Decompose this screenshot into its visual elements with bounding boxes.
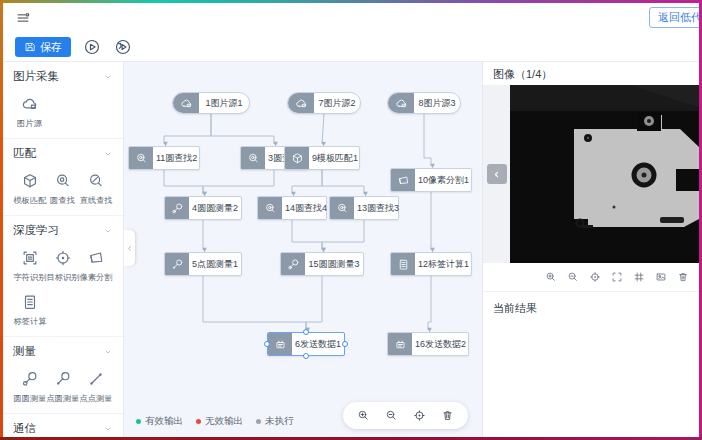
zoom-out-icon[interactable] xyxy=(385,409,398,422)
sidebar-item-像素分割[interactable]: 像素分割 xyxy=(80,249,113,284)
prev-image-button[interactable] xyxy=(487,164,507,184)
flow-node-13圆查找3[interactable]: 13圆查找3 xyxy=(329,196,399,220)
delete-icon[interactable] xyxy=(677,271,689,283)
flow-node-5点圆测量1[interactable]: 5点圆测量1 xyxy=(164,252,242,276)
node-connection-handle[interactable] xyxy=(303,329,309,335)
flow-edge-12-16 xyxy=(428,276,431,330)
node-icon-segment xyxy=(391,169,415,191)
zoom-in-icon[interactable] xyxy=(545,271,557,283)
locate-icon[interactable] xyxy=(413,409,426,422)
node-icon-cloud xyxy=(288,93,314,113)
sidebar-item-label: 模板匹配 xyxy=(13,195,46,207)
flow-node-10像素分割1[interactable]: 10像素分割1 xyxy=(390,168,472,192)
flow-node-16发送数据2[interactable]: 16发送数据2 xyxy=(387,332,469,356)
sidebar-item-目标识别[interactable]: 目标识别 xyxy=(46,249,79,284)
section-title: 通信 xyxy=(13,421,36,436)
measure-pc-icon xyxy=(171,258,184,271)
sidebar-item-圆圆测量[interactable]: 圆圆测量 xyxy=(13,370,46,405)
node-icon-circle-find xyxy=(241,147,265,169)
section-title: 图片采集 xyxy=(13,69,59,84)
run-step-icon xyxy=(114,38,132,56)
grid-icon[interactable] xyxy=(633,271,645,283)
sidebar-item-圆查找[interactable]: 圆查找 xyxy=(46,172,79,207)
flow-node-7图片源2[interactable]: 7图片源2 xyxy=(287,92,361,114)
zoom-in-icon[interactable] xyxy=(357,409,370,422)
menu-icon[interactable] xyxy=(13,8,33,28)
sidebar-section-header-测量[interactable]: 测量 xyxy=(13,342,113,361)
sidebar-item-字符识别[interactable]: 字符识别 xyxy=(13,249,46,284)
flow-node-4圆圆测量2[interactable]: 4圆圆测量2 xyxy=(164,196,242,220)
sidebar-section-header-匹配[interactable]: 匹配 xyxy=(13,144,113,163)
run-button[interactable] xyxy=(82,37,102,57)
sidebar-item-点圆测量[interactable]: 点圆测量 xyxy=(46,370,79,405)
image-viewer xyxy=(483,85,699,263)
node-icon-measure-cc xyxy=(165,197,189,219)
cube-icon xyxy=(21,172,39,190)
flow-node-14圆查找4[interactable]: 14圆查找4 xyxy=(257,196,327,220)
sidebar-section-header-深度学习[interactable]: 深度学习 xyxy=(13,221,113,240)
measure-cc-icon xyxy=(171,202,184,215)
chevron-down-icon xyxy=(103,424,113,434)
fullscreen-icon[interactable] xyxy=(611,271,623,283)
sidebar-item-模板匹配[interactable]: 模板匹配 xyxy=(13,172,46,207)
sidebar-item-直线查找[interactable]: 直线查找 xyxy=(80,172,113,207)
sidebar-item-图片源[interactable]: 图片源 xyxy=(13,95,46,130)
node-icon-measure-cc xyxy=(281,253,305,275)
section-title: 深度学习 xyxy=(13,223,59,238)
sidebar-items: 圆圆测量点圆测量点点测量 xyxy=(13,361,113,405)
sidebar-collapse-handle[interactable] xyxy=(124,230,135,266)
section-title: 测量 xyxy=(13,344,36,359)
flow-edge-13-15 xyxy=(322,220,364,250)
node-icon-cloud xyxy=(173,93,199,113)
node-icon-circle-find xyxy=(330,197,354,219)
delete-icon[interactable] xyxy=(441,409,454,422)
legend-item: 无效输出 xyxy=(196,415,243,428)
sidebar-item-label: 点点测量 xyxy=(80,393,113,405)
preview-panel: 图像（1/4） xyxy=(482,62,699,437)
sidebar-section: 通信 xyxy=(3,414,123,437)
flow-edge-9-13 xyxy=(322,170,364,194)
zoom-out-icon[interactable] xyxy=(567,271,579,283)
node-icon-measure-pc xyxy=(165,253,189,275)
sidebar-items: 模板匹配圆查找直线查找 xyxy=(13,163,113,207)
flow-node-6发送数据1[interactable]: 6发送数据1 xyxy=(267,332,345,356)
node-label: 12标签计算1 xyxy=(415,258,472,271)
app-window: 返回低代 保存 图片采集图片源匹配模板匹配圆查找直线查找深度学习字符识别目标识别… xyxy=(0,0,702,440)
flow-edge-15-6 xyxy=(306,276,322,330)
inspection-image[interactable] xyxy=(510,85,699,263)
flow-node-12标签计算1[interactable]: 12标签计算1 xyxy=(390,252,472,276)
target-icon xyxy=(54,249,72,267)
flow-node-15圆圆测量3[interactable]: 15圆圆测量3 xyxy=(280,252,364,276)
node-connection-handle[interactable] xyxy=(342,341,348,347)
locate-icon[interactable] xyxy=(589,271,601,283)
node-connection-handle[interactable] xyxy=(303,353,309,359)
node-label: 10像素分割1 xyxy=(415,174,472,187)
send-icon xyxy=(274,338,287,351)
sidebar-item-点点测量[interactable]: 点点测量 xyxy=(80,370,113,405)
flow-node-1图片源1[interactable]: 1图片源1 xyxy=(172,92,250,114)
flow-node-8图片源3[interactable]: 8图片源3 xyxy=(387,92,461,114)
sidebar-item-标签计算[interactable]: 标签计算 xyxy=(13,293,46,328)
flow-edge-5-6 xyxy=(203,276,306,330)
measure-cc-icon xyxy=(21,370,39,388)
sidebar-item-label: 图片源 xyxy=(17,118,42,130)
snapshot-icon[interactable] xyxy=(655,271,667,283)
doc-icon xyxy=(21,293,39,311)
sidebar-section-header-图片采集[interactable]: 图片采集 xyxy=(13,67,113,86)
sidebar-section-header-通信[interactable]: 通信 xyxy=(13,419,113,437)
flow-edge-9-14 xyxy=(292,170,322,194)
measure-pc-icon xyxy=(54,370,72,388)
segment-icon xyxy=(397,174,410,187)
back-to-lowcode-button[interactable]: 返回低代 xyxy=(649,7,699,28)
flow-node-11圆查找2[interactable]: 11圆查找2 xyxy=(128,146,200,170)
node-connection-handle[interactable] xyxy=(264,341,270,347)
node-label: 15圆圆测量3 xyxy=(305,258,363,271)
top-bar: 返回低代 xyxy=(3,3,699,33)
run-step-button[interactable] xyxy=(113,37,133,57)
flow-edge-7-9 xyxy=(322,114,324,144)
flow-canvas[interactable]: 1图片源17图片源28图片源311圆查找23圆查找19模板匹配110像素分割14… xyxy=(124,62,482,437)
flow-node-9模板匹配1[interactable]: 9模板匹配1 xyxy=(284,146,360,170)
legend-dot xyxy=(136,419,141,424)
save-button[interactable]: 保存 xyxy=(15,37,71,57)
sidebar-item-label: 圆查找 xyxy=(51,195,76,207)
